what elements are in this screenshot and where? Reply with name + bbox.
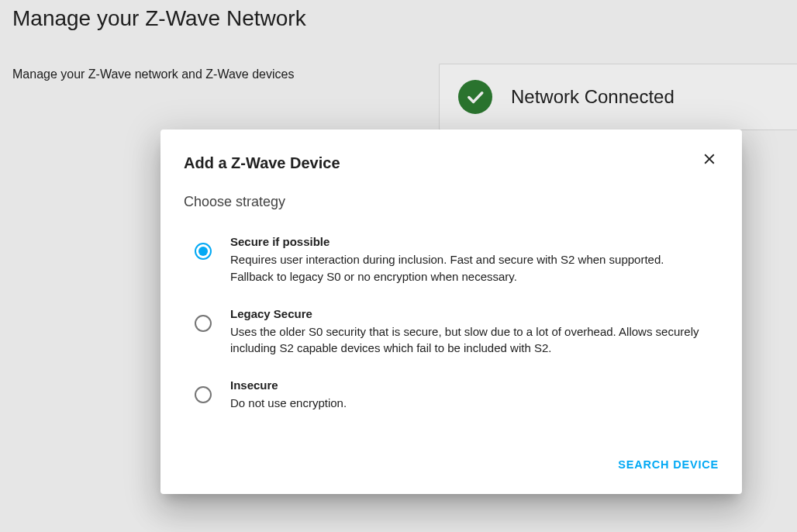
- option-title: Secure if possible: [230, 235, 709, 248]
- option-title: Legacy Secure: [230, 307, 709, 320]
- radio-legacy-secure[interactable]: [195, 315, 212, 332]
- dialog-subheading: Choose strategy: [160, 172, 742, 224]
- dialog-title: Add a Z-Wave Device: [184, 154, 340, 172]
- option-description: Uses the older S0 security that is secur…: [230, 323, 709, 358]
- close-icon: [701, 150, 718, 171]
- search-device-button[interactable]: SEARCH DEVICE: [612, 452, 725, 477]
- option-description: Do not use encryption.: [230, 395, 709, 412]
- radio-insecure[interactable]: [195, 386, 212, 403]
- option-description: Requires user interaction during inclusi…: [230, 251, 709, 285]
- close-button[interactable]: [700, 151, 719, 170]
- option-secure-if-possible[interactable]: Secure if possible Requires user interac…: [184, 224, 719, 296]
- strategy-options: Secure if possible Requires user interac…: [160, 224, 742, 438]
- option-title: Insecure: [230, 378, 709, 392]
- add-device-dialog: Add a Z-Wave Device Choose strategy Secu…: [160, 130, 742, 494]
- option-insecure[interactable]: Insecure Do not use encryption.: [184, 368, 719, 423]
- radio-secure-if-possible[interactable]: [195, 243, 212, 260]
- option-legacy-secure[interactable]: Legacy Secure Uses the older S0 security…: [184, 296, 719, 368]
